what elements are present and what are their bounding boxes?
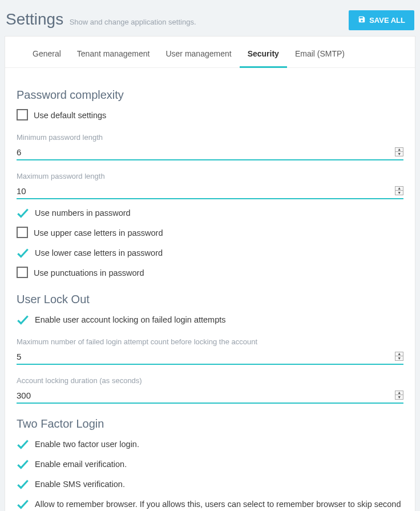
settings-card: General Tenant management User managemen… bbox=[5, 36, 415, 511]
save-all-button[interactable]: SAVE ALL bbox=[349, 10, 414, 30]
checkbox-row-use-lower-case[interactable]: Use lower case letters in password bbox=[17, 246, 403, 259]
section-title-user-lock-out: User Lock Out bbox=[17, 293, 403, 306]
tab-user-management[interactable]: User management bbox=[158, 41, 239, 68]
checkbox-checked-icon[interactable] bbox=[17, 207, 29, 219]
checkbox-row-enable-two-factor[interactable]: Enable two factor user login. bbox=[17, 437, 403, 450]
spinner-down-icon[interactable]: ▼ bbox=[395, 152, 403, 156]
spinner-up-icon[interactable]: ▲ bbox=[395, 187, 403, 191]
tab-tenant-management[interactable]: Tenant management bbox=[69, 41, 158, 68]
checkbox-row-use-numbers[interactable]: Use numbers in password bbox=[17, 206, 403, 219]
spinner-up-icon[interactable]: ▲ bbox=[395, 352, 403, 356]
section-title-password-complexity: Password complexity bbox=[17, 88, 403, 102]
input-max-password-length[interactable]: ▲▼ bbox=[17, 184, 403, 199]
input-lock-duration[interactable]: ▲▼ bbox=[17, 388, 403, 404]
page-title: Settings bbox=[6, 10, 63, 28]
checkbox-unchecked-icon[interactable] bbox=[17, 267, 28, 278]
spinner-up-icon[interactable]: ▲ bbox=[395, 148, 403, 152]
checkbox-checked-icon[interactable] bbox=[17, 438, 29, 450]
checkbox-label: Use lower case letters in password bbox=[35, 246, 163, 259]
checkbox-row-enable-email-verification[interactable]: Enable email verification. bbox=[17, 457, 403, 470]
tabs-bar: General Tenant management User managemen… bbox=[5, 37, 415, 68]
field-label-max-failed-attempts: Maximum number of failed login attempt c… bbox=[17, 337, 403, 346]
checkbox-row-use-punctuations[interactable]: Use punctuations in password bbox=[17, 266, 403, 279]
field-label-lock-duration: Account locking duration (as seconds) bbox=[17, 376, 403, 385]
save-icon bbox=[358, 15, 366, 25]
checkbox-row-remember-browser[interactable]: Allow to remember browser. If you allows… bbox=[17, 497, 403, 511]
spinner-down-icon[interactable]: ▼ bbox=[395, 395, 403, 399]
number-spinner[interactable]: ▲▼ bbox=[395, 391, 403, 400]
number-input[interactable] bbox=[17, 388, 395, 403]
number-spinner[interactable]: ▲▼ bbox=[395, 186, 403, 195]
number-input[interactable] bbox=[17, 349, 395, 364]
checkbox-checked-icon[interactable] bbox=[17, 313, 29, 326]
checkbox-unchecked-icon[interactable] bbox=[17, 109, 28, 120]
checkbox-label: Use numbers in password bbox=[35, 206, 131, 219]
number-input[interactable] bbox=[17, 184, 395, 198]
save-button-label: SAVE ALL bbox=[369, 16, 405, 25]
checkbox-checked-icon[interactable] bbox=[17, 247, 29, 259]
page-title-wrap: Settings Show and change application set… bbox=[6, 10, 196, 29]
checkbox-label: Use punctuations in password bbox=[34, 266, 144, 279]
checkbox-label: Use upper case letters in password bbox=[34, 226, 163, 239]
number-input[interactable] bbox=[17, 145, 395, 159]
checkbox-unchecked-icon[interactable] bbox=[17, 227, 28, 238]
checkbox-label: Enable SMS verification. bbox=[35, 477, 125, 490]
number-spinner[interactable]: ▲▼ bbox=[395, 147, 403, 156]
checkbox-label: Enable email verification. bbox=[35, 457, 127, 470]
spinner-down-icon[interactable]: ▼ bbox=[395, 356, 403, 360]
checkbox-row-enable-lockout[interactable]: Enable user account locking on failed lo… bbox=[17, 313, 403, 326]
spinner-up-icon[interactable]: ▲ bbox=[395, 391, 403, 395]
tab-email-smtp[interactable]: Email (SMTP) bbox=[287, 41, 353, 68]
checkbox-checked-icon[interactable] bbox=[17, 478, 29, 490]
tab-general[interactable]: General bbox=[25, 41, 69, 68]
input-min-password-length[interactable]: ▲▼ bbox=[17, 145, 403, 160]
checkbox-row-enable-sms-verification[interactable]: Enable SMS verification. bbox=[17, 477, 403, 490]
checkbox-row-use-upper-case[interactable]: Use upper case letters in password bbox=[17, 226, 403, 239]
input-max-failed-attempts[interactable]: ▲▼ bbox=[17, 349, 403, 365]
checkbox-label: Use default settings bbox=[34, 108, 106, 122]
checkbox-checked-icon[interactable] bbox=[17, 458, 29, 470]
number-spinner[interactable]: ▲▼ bbox=[395, 352, 403, 361]
page-subtitle: Show and change application settings. bbox=[70, 18, 196, 26]
checkbox-row-use-default[interactable]: Use default settings bbox=[17, 108, 403, 122]
checkbox-checked-icon[interactable] bbox=[17, 498, 29, 510]
security-tab-panel: Password complexity Use default settings… bbox=[5, 68, 415, 511]
checkbox-label: Allow to remember browser. If you allows… bbox=[35, 497, 403, 511]
checkbox-label: Enable two factor user login. bbox=[35, 437, 139, 450]
field-label-min-password-length: Minimum password length bbox=[17, 133, 403, 142]
field-label-max-password-length: Maximum password length bbox=[17, 172, 403, 180]
spinner-down-icon[interactable]: ▼ bbox=[395, 191, 403, 195]
page-header: Settings Show and change application set… bbox=[5, 5, 415, 33]
tab-security[interactable]: Security bbox=[240, 41, 287, 68]
checkbox-label: Enable user account locking on failed lo… bbox=[35, 313, 226, 326]
section-title-two-factor: Two Factor Login bbox=[17, 417, 403, 430]
